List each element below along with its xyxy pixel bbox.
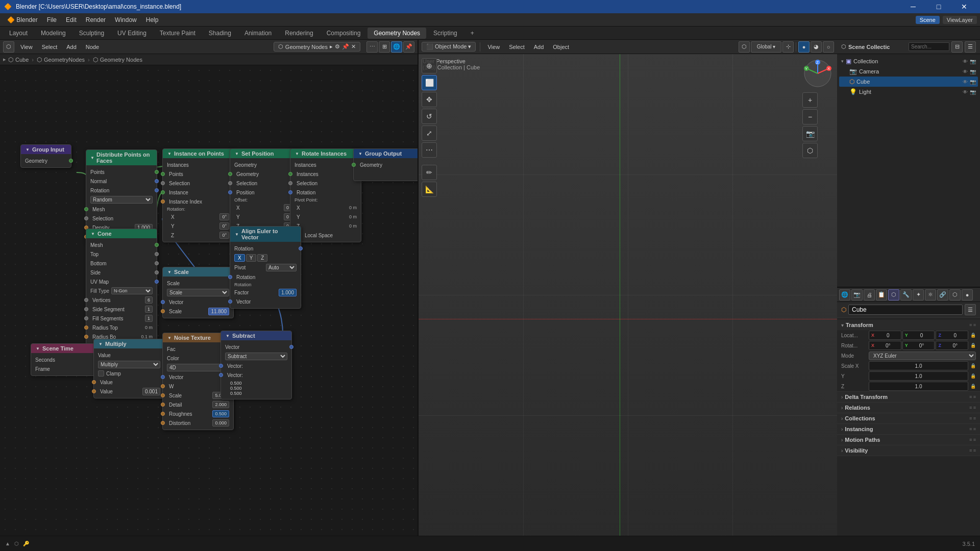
viewport-shading-render[interactable]: ○ [823, 41, 834, 53]
prop-view-layer-icon[interactable]: 📋 [876, 289, 887, 300]
node-overlay-icon[interactable]: ⊞ [379, 41, 390, 53]
socket-rotation-out[interactable] [155, 188, 159, 192]
socket-bottom-out[interactable] [155, 261, 159, 265]
loc-x-item[interactable]: X 0 [869, 331, 901, 340]
loc-lock-icon[interactable]: 🔒 [970, 333, 976, 338]
rot-x-item[interactable]: X 0° [869, 341, 901, 350]
eye-icon-cube[interactable]: 👁 [963, 79, 968, 85]
ws-animation[interactable]: Animation [238, 28, 278, 39]
prop-modifier-icon[interactable]: 🔧 [900, 289, 912, 300]
pivot-select[interactable]: Auto [266, 264, 297, 271]
object-name-browse[interactable]: ☰ [965, 304, 976, 315]
ws-texture-paint[interactable]: Texture Paint [154, 28, 202, 39]
scale-y-item[interactable]: 1.0 [869, 371, 968, 381]
prop-particles-icon[interactable]: ✦ [913, 289, 924, 300]
view-layer-name[interactable]: ViewLayer [943, 16, 977, 24]
render-icon[interactable]: 📷 [970, 59, 976, 64]
collections-header[interactable]: › Collections ≡ ≡ [837, 413, 980, 423]
prop-material-icon[interactable]: ● [962, 289, 973, 300]
node-menu-add[interactable]: Add [63, 43, 80, 51]
menu-render[interactable]: Render [82, 15, 110, 24]
prop-data-icon[interactable]: ⬡ [949, 289, 961, 300]
clamp-checkbox[interactable] [98, 370, 104, 377]
axis-y-btn[interactable]: Y [246, 254, 257, 262]
outliner-filter[interactable]: ⊟ [951, 41, 963, 53]
loc-z-item[interactable]: Z 0 [936, 331, 968, 340]
rot-z-val[interactable]: 0° [219, 232, 229, 239]
collapse-btn[interactable]: ▼ [35, 346, 40, 351]
eye-icon-camera[interactable]: 👁 [963, 69, 968, 74]
socket-mesh-out[interactable] [155, 243, 159, 247]
tree-item-light[interactable]: 💡 Light 👁 📷 [839, 87, 978, 97]
noise-dist[interactable]: 0.000 [212, 419, 229, 427]
relations-header[interactable]: › Relations ≡ ≡ [837, 403, 980, 413]
collapse-btn[interactable]: ▼ [90, 155, 94, 160]
collapse-btn[interactable]: ▼ [234, 151, 239, 156]
ws-scripting[interactable]: Scripting [427, 28, 463, 39]
prop-render-icon[interactable]: 📷 [851, 289, 863, 300]
node-menu-view[interactable]: View [17, 43, 36, 51]
socket-side-out[interactable] [155, 270, 159, 274]
socket-top-out[interactable] [155, 252, 159, 256]
viewport-menu-view[interactable]: View [484, 43, 503, 51]
ws-add-tab[interactable]: + [464, 28, 480, 39]
scale-num[interactable]: 11.800 [208, 308, 229, 315]
viewport-gizmo[interactable]: Z X Y [802, 58, 833, 89]
render-icon-camera[interactable]: 📷 [970, 69, 976, 74]
axis-x-btn[interactable]: X [234, 254, 245, 262]
ws-geometry-nodes[interactable]: Geometry Nodes [368, 28, 426, 39]
tool-cursor[interactable]: ⊕ [422, 58, 437, 73]
collapse-btn[interactable]: ▼ [295, 151, 300, 156]
viewport-shading-solid[interactable]: ● [798, 41, 810, 53]
socket-vec-out[interactable] [289, 345, 293, 349]
scale-z-item[interactable]: 1.0 [869, 382, 968, 391]
scale-y-lock[interactable]: 🔒 [970, 373, 976, 379]
socket-sel-in[interactable] [84, 216, 88, 220]
tree-item-cube[interactable]: ⬡ Cube 👁 📷 [839, 77, 978, 87]
rot-z-item[interactable]: Z 0° [936, 341, 968, 350]
collapse-btn[interactable]: ▼ [167, 151, 172, 156]
factor-val[interactable]: 1.000 [279, 289, 297, 296]
tool-measure[interactable]: 📐 [422, 182, 437, 197]
scale-x-item[interactable]: 1.0 [869, 361, 968, 370]
socket-mesh-in[interactable] [84, 207, 88, 211]
rot-lock-icon[interactable]: 🔒 [970, 343, 976, 348]
collapse-btn[interactable]: ▼ [90, 231, 95, 236]
loc-y-item[interactable]: Y 0 [902, 331, 935, 340]
rot-y-val[interactable]: 0° [219, 222, 229, 230]
vertices-val[interactable]: 6 [145, 296, 153, 304]
viewport-menu-add[interactable]: Add [531, 43, 547, 51]
menu-blender[interactable]: 🔶 Blender [3, 15, 42, 24]
collapse-btn[interactable]: ▼ [225, 333, 230, 338]
eye-icon-light[interactable]: 👁 [963, 89, 968, 95]
tool-annotate[interactable]: ✏ [422, 165, 437, 180]
prop-scene-icon[interactable]: 🌐 [839, 289, 850, 300]
rot-x-val[interactable]: 0° [219, 213, 229, 220]
node-snap-icon[interactable]: ⋯ [366, 41, 378, 53]
tree-item-camera[interactable]: 📷 Camera 👁 📷 [839, 66, 978, 77]
node-pin-icon[interactable]: 📌 [403, 41, 414, 53]
object-mode-dropdown[interactable]: ⬛ Object Mode ▾ [422, 42, 476, 52]
relations-options[interactable]: ≡ ≡ [969, 405, 976, 410]
transform-space-dropdown[interactable]: Global ▾ [751, 41, 781, 53]
collapse-btn[interactable]: ▼ [167, 269, 172, 274]
editor-type-icon[interactable]: ⬡ [3, 41, 14, 53]
breadcrumb-geonodes2[interactable]: Geometry Nodes [100, 57, 142, 63]
motion-paths-options[interactable]: ≡ ≡ [969, 437, 976, 442]
collapse-btn[interactable]: ▼ [234, 232, 239, 237]
viewport-overlay-toggle[interactable]: ⬡ [739, 41, 750, 53]
node-group-selector[interactable]: ⬡ Geometry Nodes ▸ ⚙ 📌 ✕ [274, 42, 360, 52]
transform-pivot-btn[interactable]: ⊹ [782, 41, 794, 53]
transform-section-header[interactable]: ▾ Transform ≡ ≡ [837, 320, 980, 330]
scene-name[interactable]: Scene [916, 16, 940, 24]
pivot-x[interactable]: 0 m [349, 205, 357, 210]
side-seg-val[interactable]: 1 [145, 306, 153, 313]
breadcrumb-geonodes[interactable]: GeometryNodes [44, 57, 85, 63]
transform-options-icon[interactable]: ≡ ≡ [969, 322, 976, 328]
noise-rough[interactable]: 0.500 [212, 410, 229, 417]
node-canvas[interactable]: ▼ Group Input Geometry ▼ Distribute Poin… [0, 65, 418, 536]
instancing-options[interactable]: ≡ ≡ [969, 427, 976, 432]
collapse-btn[interactable]: ▼ [167, 335, 172, 340]
motion-paths-header[interactable]: › Motion Paths ≡ ≡ [837, 435, 980, 445]
minimize-button[interactable]: ─ [901, 0, 925, 13]
